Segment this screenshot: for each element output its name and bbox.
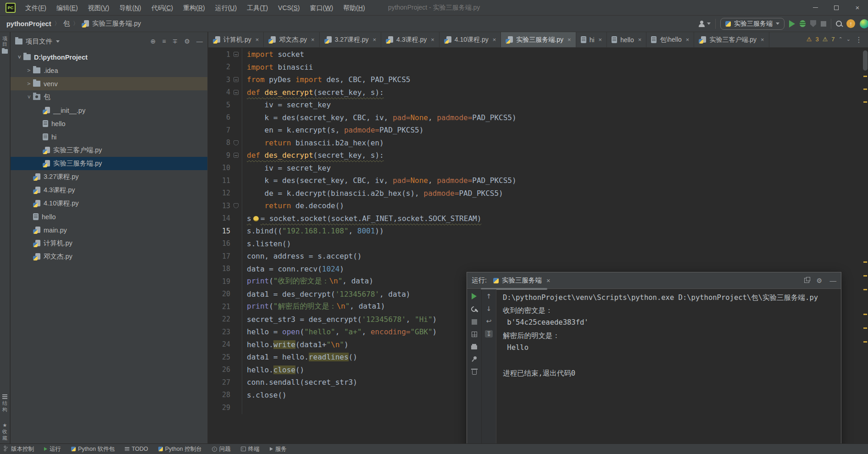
statusbar-运行[interactable]: 运行 (44, 445, 61, 453)
scroll-to-end-icon[interactable]: ↧ (485, 330, 493, 338)
print-icon[interactable] (471, 345, 477, 349)
tree-item[interactable]: 计算机.py (11, 237, 207, 250)
restore-window-icon[interactable] (804, 278, 809, 283)
tree-item[interactable]: 4.10课程.py (11, 197, 207, 210)
statusbar-Python 软件包[interactable]: Python 软件包 (71, 445, 115, 453)
editor-tab[interactable]: 邓文杰.py× (264, 32, 319, 47)
tree-item[interactable]: hello (11, 210, 207, 223)
chevron-icon[interactable]: > (17, 53, 22, 61)
tool-stripe-project[interactable]: 项目 (0, 36, 10, 54)
rerun-button[interactable] (472, 293, 477, 299)
tool-stripe-收藏[interactable]: ★收藏 (0, 422, 10, 441)
chevron-icon[interactable]: > (25, 68, 33, 73)
editor-tab[interactable]: 4.3课程.py× (381, 32, 440, 47)
editor-tab[interactable]: 4.10课程.py× (440, 32, 501, 47)
clear-console-icon[interactable] (472, 370, 477, 375)
breadcrumb-package[interactable]: 包 (63, 19, 70, 28)
next-problem-button[interactable]: ⌄ (846, 36, 851, 42)
editor-scrollbar-thumb[interactable] (863, 50, 868, 71)
statusbar-服务[interactable]: 服务 (270, 445, 287, 453)
close-button[interactable]: × (847, 0, 868, 15)
inspections-widget[interactable]: ⚠ 3 ⚠ 7 ⌃ ⌄ (807, 36, 851, 43)
statusbar-Python 控制台[interactable]: Python 控制台 (158, 445, 202, 453)
editor-tab[interactable]: 实验三客户端.py× (694, 32, 769, 47)
fold-collapse-icon[interactable]: – (234, 153, 239, 158)
menu-item[interactable]: 重构(R) (178, 0, 210, 16)
statusbar-问题[interactable]: !问题 (212, 445, 231, 453)
menu-item[interactable]: 文件(F) (20, 0, 51, 16)
run-tab[interactable]: 实验三服务端 × (493, 276, 550, 285)
tree-item[interactable]: >venv (11, 77, 207, 90)
tab-close-icon[interactable]: × (493, 36, 496, 43)
tree-item[interactable]: >包 (11, 90, 207, 104)
tool-stripe-结构[interactable]: 结构 (0, 394, 10, 412)
settings-gear-icon[interactable]: ⚙ (817, 277, 823, 284)
menu-item[interactable]: 代码(C) (146, 0, 178, 16)
ide-feature-icon[interactable] (860, 19, 868, 28)
run-configuration-select[interactable]: 实验三服务端 (720, 18, 785, 30)
menu-item[interactable]: 窗口(W) (305, 0, 339, 16)
tree-item[interactable]: >.idea (11, 64, 207, 77)
menu-item[interactable]: 运行(U) (210, 0, 242, 16)
coverage-button[interactable] (810, 20, 816, 27)
chevron-icon[interactable]: > (25, 81, 33, 86)
tab-close-icon[interactable]: × (638, 36, 642, 43)
minimize-panel-icon[interactable]: — (830, 277, 837, 284)
wrench-settings-icon[interactable] (471, 306, 477, 312)
hide-panel-button[interactable]: — (196, 38, 203, 45)
menu-item[interactable]: 视图(V) (83, 0, 115, 16)
fold-collapse-icon[interactable]: – (234, 77, 239, 82)
minimize-button[interactable] (805, 0, 826, 15)
down-stacktrace-icon[interactable]: ↓ (486, 305, 492, 312)
tab-close-icon[interactable]: × (373, 36, 377, 43)
menu-item[interactable]: 导航(N) (114, 0, 146, 16)
editor-tab[interactable]: 3.27课程.py× (320, 32, 382, 47)
user-menu[interactable] (698, 21, 711, 27)
debug-button[interactable] (800, 20, 806, 27)
statusbar-版本控制[interactable]: 版本控制 (4, 445, 34, 453)
tree-item[interactable]: >D:\pythonProject (11, 50, 207, 64)
pin-tab-icon[interactable] (472, 356, 477, 362)
search-everywhere-button[interactable] (836, 21, 842, 27)
maximize-button[interactable] (826, 0, 847, 15)
fold-collapse-icon[interactable]: – (234, 52, 239, 57)
expand-all-button[interactable]: ≡ (162, 38, 166, 45)
tree-item[interactable]: 实验三客户端.py (11, 144, 207, 157)
fold-collapse-icon[interactable]: – (234, 90, 239, 95)
settings-gear-icon[interactable]: ⚙ (184, 38, 190, 45)
close-icon[interactable]: × (546, 277, 550, 284)
editor-tab[interactable]: 计算机.py× (208, 32, 264, 47)
locate-file-button[interactable]: ⊕ (150, 38, 156, 45)
fold-end-icon[interactable] (234, 140, 239, 145)
editor-tab[interactable]: hello× (607, 32, 646, 47)
breadcrumb-file[interactable]: 实验三服务端.py (92, 19, 141, 28)
intention-bulb-icon[interactable] (253, 216, 259, 221)
stop-button[interactable] (821, 21, 826, 27)
update-icon[interactable]: ↑ (846, 19, 855, 28)
run-button[interactable] (789, 20, 795, 28)
menu-item[interactable]: 编辑(E) (51, 0, 83, 16)
chevron-down-icon[interactable] (56, 40, 60, 43)
menu-item[interactable]: VCS(S) (273, 0, 305, 16)
tab-close-icon[interactable]: × (431, 36, 434, 43)
tab-close-icon[interactable]: × (256, 36, 259, 43)
tree-item[interactable]: 实验三服务端.py (11, 157, 207, 170)
chevron-icon[interactable]: > (27, 93, 32, 101)
editor-tab[interactable]: 实验三服务端.py× (501, 32, 576, 47)
project-view-title[interactable]: 项目文件 (26, 37, 52, 46)
collapse-all-button[interactable]: ∓ (172, 38, 178, 45)
tree-item[interactable]: 邓文杰.py (11, 250, 207, 263)
tree-item[interactable]: hi (11, 130, 207, 144)
statusbar-终端[interactable]: >终端 (241, 445, 260, 453)
menu-item[interactable]: 帮助(H) (338, 0, 370, 16)
tab-close-icon[interactable]: × (568, 36, 571, 43)
soft-wrap-icon[interactable]: ↩ (486, 318, 492, 324)
tree-item[interactable]: main.py (11, 223, 207, 237)
tree-item[interactable]: 3.27课程.py (11, 170, 207, 183)
run-console-output[interactable]: D:\pythonProject\venv\Scripts\python.exe… (496, 289, 840, 443)
up-stacktrace-icon[interactable]: ↑ (486, 293, 492, 299)
tab-close-icon[interactable]: × (599, 36, 602, 43)
tree-item[interactable]: hello (11, 117, 207, 130)
restore-layout-icon[interactable] (472, 332, 477, 337)
statusbar-TODO[interactable]: TODO (125, 446, 148, 452)
